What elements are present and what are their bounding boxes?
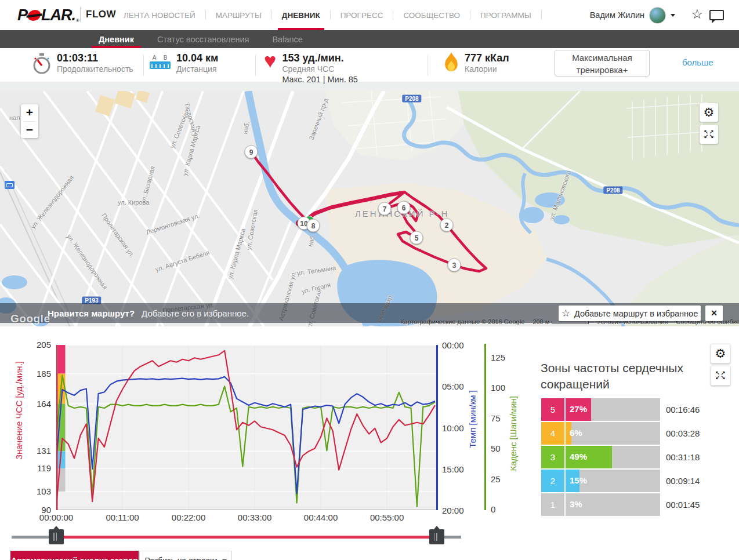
flame-icon (444, 52, 459, 73)
avg-hr-value: 153 уд./мин. (282, 52, 358, 64)
transit-icon (5, 181, 15, 189)
street-label: ул. Кирова (118, 199, 149, 206)
nav-item-4[interactable]: СООБЩЕСТВО (393, 0, 470, 30)
zoom-out-button[interactable]: − (21, 122, 38, 139)
avatar (649, 7, 666, 24)
more-link[interactable]: больше (682, 57, 713, 67)
expand-icon: ↖↗↙↘ (704, 130, 714, 139)
hr-tick: 119 (28, 463, 51, 473)
hr-minmax: Макс. 201 | Мин. 85 (282, 74, 358, 85)
time-tick: 00:11:00 (106, 512, 139, 522)
nav-item-5[interactable]: ПРОГРАММЫ (470, 0, 541, 30)
cadence-tick: 100 (491, 383, 505, 392)
range-slider-selection[interactable] (56, 536, 437, 539)
diary-subnav: ДневникСтатус восстановленияBalance (0, 30, 739, 48)
slider-handle-right[interactable] (429, 529, 444, 544)
logo-text-rest: LAR (41, 6, 72, 24)
time-tick: 00:55:00 (370, 512, 404, 522)
km-marker-9[interactable]: 9 (245, 146, 258, 159)
hr-tick: 131 (28, 446, 51, 456)
tab-1[interactable]: Статус восстановления (146, 30, 260, 48)
pace-tick: 05:00 (442, 381, 464, 391)
map-zoom-control: + − (21, 104, 38, 138)
pace-tick: 10:00 (442, 423, 464, 433)
star-icon: ☆ (562, 307, 570, 319)
calories-value: 777 кКал (465, 52, 509, 64)
slider-handle-left[interactable] (49, 529, 64, 544)
calories-label: Калории (465, 64, 509, 75)
map-settings-button[interactable]: ⚙ (700, 103, 718, 122)
time-tick: 00:44:00 (304, 512, 338, 522)
chart-canvas (56, 345, 438, 510)
nav-item-3[interactable]: ПРОГРЕСС (331, 0, 393, 30)
duration-stat: 01:03:11 Продолжительность (32, 52, 133, 75)
fav-button-label: Добавьте маршрут в избранное (574, 309, 698, 318)
top-navbar: PLAR.® FLOW ЛЕНТА НОВОСТЕЙМАРШРУТЫДНЕВНИ… (0, 0, 739, 30)
stat-divider (143, 55, 144, 76)
training-chart-section: Значение ЧСС [уд./мин.] Темп [мин/км ] К… (0, 326, 739, 560)
chart-plot[interactable] (56, 345, 438, 510)
tab-0[interactable]: Дневник (87, 30, 146, 48)
nav-divider (541, 10, 542, 20)
main-navigation: ЛЕНТА НОВОСТЕЙМАРШРУТЫДНЕВНИКПРОГРЕСССОО… (114, 0, 542, 30)
distance-stat: A B 10.04 км Дистанция (150, 52, 218, 74)
road-shield: P208 (603, 187, 622, 194)
training-benefit-button[interactable]: Максимальная тренировка+ (555, 50, 650, 77)
user-menu[interactable]: Вадим Жилин (590, 0, 675, 30)
zone-row-3: 349%00:31:18 (541, 446, 738, 468)
km-marker-8[interactable]: 8 (307, 219, 320, 232)
nav-item-1[interactable]: МАРШРУТЫ (206, 0, 271, 30)
feedback-chat-icon[interactable] (709, 10, 724, 20)
add-to-favorites-button[interactable]: ☆ Добавьте маршрут в избранное (559, 306, 701, 321)
zone-number: 3 (541, 446, 564, 468)
zoom-in-button[interactable]: + (21, 104, 38, 121)
split-button-label: Разбить на отрезки (144, 556, 217, 560)
chart-settings-button[interactable]: ⚙ (711, 344, 730, 363)
km-marker-2[interactable]: 2 (440, 219, 454, 232)
chart-fullscreen-button[interactable]: ↖↗↙↘ (711, 366, 730, 386)
duration-value: 01:03:11 (57, 52, 133, 64)
stopwatch-icon (32, 52, 51, 75)
km-marker-7[interactable]: 7 (378, 202, 392, 216)
expand-icon: ↖↗↙↘ (715, 371, 726, 380)
tab-2[interactable]: Balance (260, 30, 314, 48)
zone-bar-track: 15% (566, 470, 660, 492)
zone-time: 00:31:18 (666, 452, 700, 462)
stat-divider (255, 55, 256, 76)
pace-tick: 00:00 (442, 340, 464, 350)
split-to-laps-button[interactable]: Разбить на отрезки (139, 551, 232, 560)
nav-item-2[interactable]: ДНЕВНИК (272, 0, 330, 30)
zone-percent: 49% (570, 452, 587, 461)
gear-icon: ⚙ (704, 107, 715, 119)
map-fullscreen-button[interactable]: ↖↗↙↘ (700, 125, 718, 144)
polar-flow-page: PLAR.® FLOW ЛЕНТА НОВОСТЕЙМАРШРУТЫДНЕВНИ… (0, 0, 739, 560)
flow-brand[interactable]: FLOW (86, 9, 116, 20)
pace-tick: 20:00 (442, 506, 464, 515)
route-map[interactable]: ЛЕНИНСКИЙ Р-Н налул. Железнодорожнаяул. … (0, 91, 739, 326)
km-marker-5[interactable]: 5 (410, 231, 423, 245)
pace-axis-label: Темп [мин/км ] (468, 390, 477, 448)
zone-time: 00:09:14 (666, 476, 700, 486)
zone-percent: 27% (570, 404, 587, 414)
time-tick: 00:00:00 (39, 512, 73, 522)
zone-bar-track: 6% (566, 422, 660, 445)
overlay-close-button[interactable]: × (705, 306, 723, 321)
nav-item-0[interactable]: ЛЕНТА НОВОСТЕЙ (114, 0, 205, 30)
logo-text-p: P (17, 6, 27, 24)
calories-stat: 777 кКал Калории (444, 52, 509, 74)
polar-logo[interactable]: PLAR.® (17, 6, 79, 24)
overlay-hint: Добавьте его в избранное. (142, 308, 249, 318)
logo-dot: . (72, 6, 76, 24)
km-marker-6[interactable]: 6 (397, 201, 411, 214)
auto-lap-analysis-button[interactable]: Автоматический анализ этапов (10, 551, 139, 560)
zone-number: 1 (541, 493, 564, 516)
zone-number: 4 (541, 422, 564, 445)
cadence-tick: 75 (491, 413, 501, 423)
registered-mark: ® (76, 18, 79, 23)
zone-percent: 3% (570, 499, 582, 509)
zone-bar-track: 3% (566, 493, 660, 516)
hr-tick: 164 (28, 399, 51, 409)
favorites-star-icon[interactable]: ☆ (691, 8, 703, 21)
km-marker-3[interactable]: 3 (448, 259, 461, 272)
user-name: Вадим Жилин (590, 10, 644, 20)
